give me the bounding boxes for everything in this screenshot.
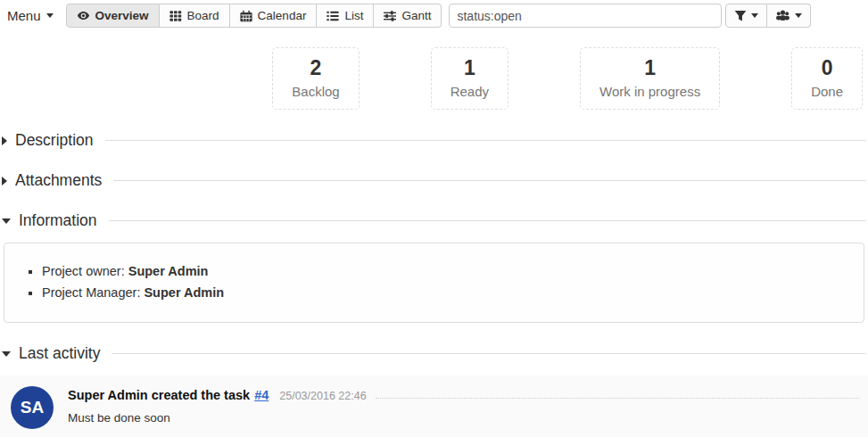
collapsed-triangle-icon [2,177,7,186]
tab-gantt-label: Gantt [401,9,431,22]
avatar: SA [11,386,54,429]
users-icon [775,9,790,22]
tab-list-label: List [344,9,363,22]
section-divider [109,220,866,221]
list-icon [327,10,339,22]
information-list: Project owner: Super Admin Project Manag… [42,261,853,304]
board-grid-icon [169,10,182,22]
top-toolbar: Menu Overview Board Calendar List Gantt [0,0,868,29]
tab-board-label: Board [187,9,219,22]
section-divider [112,353,866,354]
stat-backlog-count: 2 [292,55,339,82]
task-link[interactable]: #4 [254,388,269,402]
stat-wip-label: Work in progress [599,82,700,103]
list-item: Project owner: Super Admin [42,261,853,283]
search-input[interactable] [449,4,722,28]
chevron-down-icon [46,13,54,18]
activity-title-row: Super Admin created the task #4 25/03/20… [68,388,859,402]
menu-dropdown[interactable]: Menu [7,8,54,23]
section-description[interactable]: Description [2,131,868,150]
activity-title: Super Admin created the task [68,388,250,402]
info-owner-label: Project owner: [42,264,125,278]
users-dropdown-button[interactable] [767,4,811,28]
avatar-initials: SA [21,398,44,417]
stat-ready-count: 1 [451,55,489,82]
filter-dropdown-button[interactable] [725,4,767,28]
filter-buttons [725,4,811,28]
section-information[interactable]: Information [2,211,868,230]
stat-backlog: 2 Backlog [272,47,359,110]
stat-ready-label: Ready [451,82,489,103]
activity-event: SA Super Admin created the task #4 25/03… [0,375,868,437]
view-switcher: Overview Board Calendar List Gantt [66,4,442,28]
section-last-activity[interactable]: Last activity [2,344,868,363]
stat-ready: 1 Ready [431,47,508,110]
chevron-down-icon [795,13,802,18]
expanded-triangle-icon [2,218,11,224]
activity-timestamp: 25/03/2016 22:46 [279,390,366,402]
section-information-title: Information [19,211,97,230]
activity-comment: Must be done soon [68,411,859,425]
section-description-title: Description [15,131,94,150]
tab-calendar[interactable]: Calendar [230,4,318,28]
tab-list[interactable]: List [317,4,374,28]
expanded-triangle-icon [2,351,11,357]
column-stats: 2 Backlog 1 Ready 1 Work in progress 0 D… [0,47,868,110]
stat-work-in-progress: 1 Work in progress [580,47,720,110]
calendar-icon [240,10,252,22]
tab-overview[interactable]: Overview [66,4,160,28]
stat-done: 0 Done [791,47,863,110]
eye-icon [77,9,90,22]
section-attachments-title: Attachments [15,171,102,190]
info-manager-value: Super Admin [144,285,224,300]
chevron-down-icon [751,13,758,18]
activity-body: Super Admin created the task #4 25/03/20… [68,386,859,429]
collapsed-triangle-icon [2,136,7,145]
stat-backlog-label: Backlog [292,82,339,103]
info-owner-value: Super Admin [128,264,209,278]
sliders-icon [384,10,396,22]
section-divider [113,180,866,181]
funnel-icon [734,10,747,22]
tab-overview-label: Overview [95,9,149,22]
section-divider [105,140,866,141]
dotted-divider [376,398,859,399]
stat-done-count: 0 [811,55,843,82]
tab-board[interactable]: Board [160,4,230,28]
section-last-activity-title: Last activity [19,344,100,363]
tab-gantt[interactable]: Gantt [374,4,442,28]
stat-wip-count: 1 [599,55,700,82]
info-manager-label: Project Manager: [42,285,140,300]
section-attachments[interactable]: Attachments [2,171,868,190]
list-item: Project Manager: Super Admin [42,283,853,304]
stat-done-label: Done [811,82,843,103]
tab-calendar-label: Calendar [258,9,307,22]
information-panel: Project owner: Super Admin Project Manag… [4,243,864,323]
menu-label: Menu [7,8,41,23]
